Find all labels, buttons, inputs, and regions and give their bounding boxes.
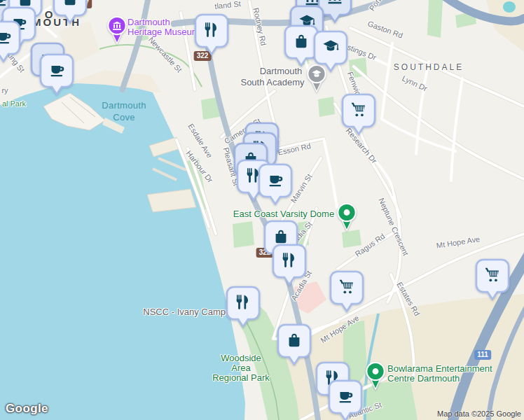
coffee-marker[interactable]: [257, 162, 294, 209]
google-logo[interactable]: Google: [6, 402, 48, 416]
label-nscc-ivany-campus: NSCC - Ivany Campus: [143, 307, 235, 317]
pond: [503, 1, 516, 13]
cart-marker[interactable]: [329, 270, 365, 316]
restaurant-marker[interactable]: [271, 243, 308, 289]
cart-marker[interactable]: [474, 258, 511, 304]
label-dartmouth: Dartmouth: [102, 100, 146, 111]
map-attribution: Map data ©2025 Google: [437, 410, 521, 418]
green-pin-icon: [344, 209, 350, 216]
coffee-marker[interactable]: [0, 20, 22, 66]
coffee-marker[interactable]: [39, 52, 75, 99]
label-bowlarama-entertainment: Bowlarama Entertainment: [387, 363, 492, 374]
coffee-marker[interactable]: [327, 379, 364, 420]
restaurant-marker[interactable]: [193, 13, 230, 59]
label-ry: ry: [1, 86, 8, 94]
green-pin-icon: [373, 368, 379, 374]
label-cove: Cove: [113, 112, 135, 122]
label-southdale: SOUTHDALE: [394, 62, 464, 72]
poi-pin-green[interactable]: [364, 360, 387, 394]
label-south-academy: South Academy: [240, 77, 304, 88]
poi-pin-green[interactable]: [335, 202, 359, 235]
gradcap-marker[interactable]: [312, 29, 349, 76]
cart-marker[interactable]: [340, 92, 377, 139]
label-area: Area: [231, 363, 250, 373]
label-centre-dartmouth: Centre Dartmouth: [387, 373, 460, 384]
label-heritage-museum: Heritage Museum: [127, 27, 200, 37]
label-woodside: Woodside: [221, 353, 261, 363]
map-canvas[interactable]: OMOUTHthKing Stryal ParkNewcastle Sttlan…: [0, 0, 524, 420]
bag-marker[interactable]: [52, 0, 88, 27]
bag-icon: [65, 0, 76, 5]
label-east-coast-varsity-dome: East Coast Varsity Dome: [233, 209, 334, 219]
route-badge-111: 111: [474, 350, 491, 360]
bag-marker[interactable]: [276, 323, 312, 369]
label-regional-park: Regional Park: [212, 372, 270, 383]
label-dartmouth: Dartmouth: [127, 17, 170, 27]
poi-pin-museum[interactable]: [105, 15, 129, 48]
restaurant-marker[interactable]: [225, 285, 261, 331]
label-al-park: al Park: [2, 99, 26, 108]
